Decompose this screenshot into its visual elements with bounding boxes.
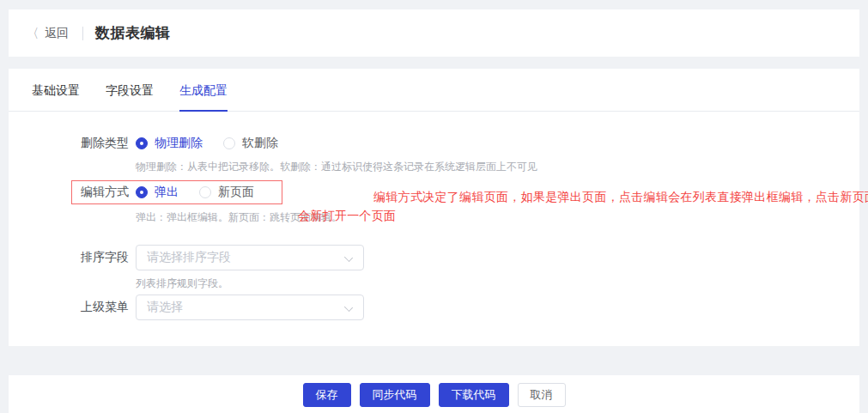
chevron-down-icon <box>345 254 352 261</box>
footer-action-bar: 保存 同步代码 下载代码 取消 <box>9 375 859 413</box>
delete-type-radio-group: 物理删除 软删除 <box>136 136 299 151</box>
radio-soft-delete[interactable]: 软删除 <box>223 136 278 151</box>
delete-type-row: 删除类型 物理删除 软删除 <box>81 136 859 151</box>
back-label: 返回 <box>45 26 69 41</box>
radio-checked-icon <box>136 137 148 149</box>
radio-unchecked-icon <box>223 137 235 149</box>
edit-mode-help: 弹出：弹出框编辑。新页面：跳转页面编辑。 <box>136 210 859 224</box>
radio-new-page[interactable]: 新页面 <box>199 185 254 200</box>
annotation-text-line1: 编辑方式决定了编辑页面，如果是弹出页面，点击编辑会在列表直接弹出框编辑，点击新页… <box>373 190 868 205</box>
annotation-text-line2: 会新打开一个页面 <box>298 209 396 224</box>
tab-field-settings[interactable]: 字段设置 <box>106 83 154 111</box>
parent-menu-row: 上级菜单 请选择 <box>81 295 859 320</box>
radio-checked-icon <box>136 186 148 198</box>
back-chevron-icon: 〈 <box>27 24 39 42</box>
sync-code-button[interactable]: 同步代码 <box>360 383 430 407</box>
edit-mode-label: 编辑方式 <box>81 185 129 200</box>
sort-field-placeholder: 请选择排序字段 <box>147 250 231 265</box>
radio-unchecked-icon <box>199 186 211 198</box>
cancel-button[interactable]: 取消 <box>518 383 566 407</box>
edit-mode-highlight-box: 编辑方式 弹出 新页面 <box>71 180 282 204</box>
tab-bar: 基础设置 字段设置 生成配置 <box>9 69 859 112</box>
main-panel: 基础设置 字段设置 生成配置 删除类型 物理删除 软删除 物理删除：从表中把记录… <box>9 69 859 346</box>
download-code-button[interactable]: 下载代码 <box>439 383 509 407</box>
delete-type-help: 物理删除：从表中把记录移除。软删除：通过标识使得这条记录在系统逻辑层面上不可见 <box>136 160 859 173</box>
tab-basic-settings[interactable]: 基础设置 <box>32 83 80 111</box>
parent-menu-select[interactable]: 请选择 <box>136 295 364 320</box>
chevron-down-icon <box>345 304 352 311</box>
radio-popup[interactable]: 弹出 <box>136 185 179 200</box>
sort-field-help: 列表排序规则字段。 <box>136 276 859 290</box>
save-button[interactable]: 保存 <box>303 383 351 407</box>
edit-mode-row: 编辑方式 弹出 新页面 <box>81 185 275 200</box>
generate-config-form: 删除类型 物理删除 软删除 物理删除：从表中把记录移除。软删除：通过标识使得这条… <box>9 112 859 320</box>
sort-field-select[interactable]: 请选择排序字段 <box>136 245 364 270</box>
radio-physical-delete[interactable]: 物理删除 <box>136 136 203 151</box>
sort-field-row: 排序字段 请选择排序字段 <box>81 245 859 270</box>
edit-mode-radio-group: 弹出 新页面 <box>136 185 275 200</box>
parent-menu-label: 上级菜单 <box>81 300 129 315</box>
header-divider <box>82 27 83 40</box>
page-title: 数据表编辑 <box>95 23 171 43</box>
parent-menu-placeholder: 请选择 <box>147 300 183 315</box>
back-button[interactable]: 〈 返回 <box>27 26 69 41</box>
page-header: 〈 返回 数据表编辑 <box>9 9 859 57</box>
tab-generate-config[interactable]: 生成配置 <box>179 83 228 111</box>
delete-type-label: 删除类型 <box>81 136 129 151</box>
sort-field-label: 排序字段 <box>81 250 129 265</box>
